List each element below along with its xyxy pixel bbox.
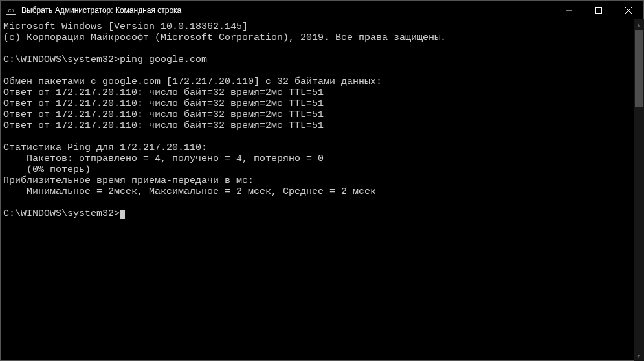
terminal-line: Статистика Ping для 172.217.20.110:	[3, 142, 641, 153]
titlebar[interactable]: C:\ Выбрать Администратор: Командная стр…	[1, 1, 643, 20]
cursor	[120, 210, 125, 219]
window-title: Выбрать Администратор: Командная строка	[20, 6, 554, 15]
close-button[interactable]	[614, 1, 643, 20]
terminal-line: Пакетов: отправлено = 4, получено = 4, п…	[3, 153, 641, 164]
scroll-down-arrow[interactable]: ▼	[634, 351, 644, 361]
close-icon	[625, 7, 632, 14]
command-prompt-window: C:\ Выбрать Администратор: Командная стр…	[0, 0, 644, 361]
scroll-up-arrow[interactable]: ▲	[634, 19, 644, 30]
terminal-line: (c) Корпорация Майкрософт (Microsoft Cor…	[3, 32, 641, 43]
terminal-line: Приблизительное время приема-передачи в …	[3, 175, 641, 186]
maximize-icon	[595, 7, 602, 14]
terminal-line	[3, 197, 641, 208]
terminal-line	[3, 65, 641, 76]
prompt-text: C:\WINDOWS\system32>	[3, 208, 120, 219]
terminal-output[interactable]: Microsoft Windows [Version 10.0.18362.14…	[1, 20, 643, 360]
terminal-line: Ответ от 172.217.20.110: число байт=32 в…	[3, 98, 641, 109]
terminal-prompt[interactable]: C:\WINDOWS\system32>	[3, 208, 641, 219]
window-controls	[554, 1, 643, 20]
terminal-line	[3, 131, 641, 142]
terminal-line: Обмен пакетами с google.com [172.217.20.…	[3, 76, 641, 87]
maximize-button[interactable]	[584, 1, 614, 20]
terminal-line: Минимальное = 2мсек, Максимальное = 2 мс…	[3, 186, 641, 197]
cmd-icon: C:\	[6, 6, 16, 15]
terminal-line: Ответ от 172.217.20.110: число байт=32 в…	[3, 87, 641, 98]
svg-rect-1	[596, 8, 602, 14]
terminal-line: Ответ от 172.217.20.110: число байт=32 в…	[3, 109, 641, 120]
terminal-line: Ответ от 172.217.20.110: число байт=32 в…	[3, 120, 641, 131]
minimize-icon	[566, 7, 572, 14]
minimize-button[interactable]	[554, 1, 584, 20]
vertical-scrollbar[interactable]: ▲ ▼	[634, 19, 644, 361]
terminal-line: (0% потерь)	[3, 164, 641, 175]
terminal-line	[3, 43, 641, 54]
terminal-line: C:\WINDOWS\system32>ping google.com	[3, 54, 641, 65]
scrollbar-thumb[interactable]	[635, 30, 643, 107]
terminal-line: Microsoft Windows [Version 10.0.18362.14…	[3, 21, 641, 32]
